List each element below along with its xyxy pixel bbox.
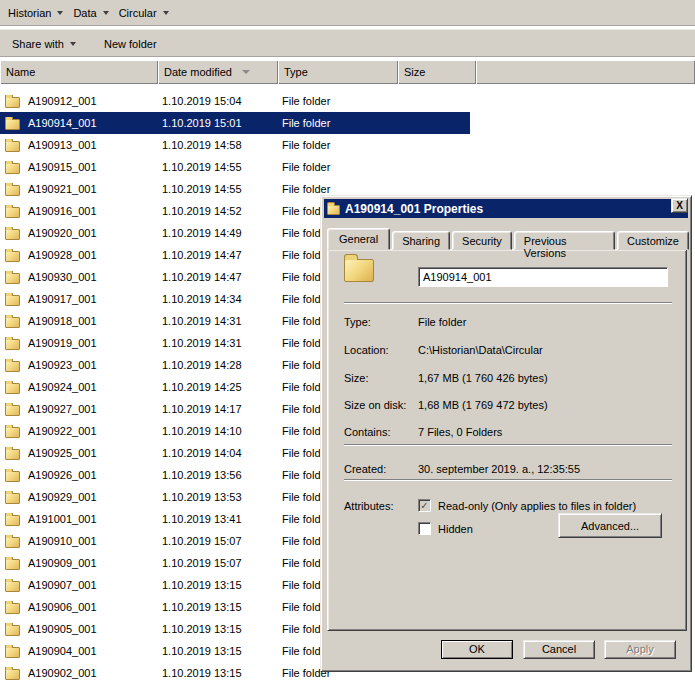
folder-icon (5, 383, 20, 394)
readonly-label: Read-only (Only applies to files in fold… (438, 500, 636, 512)
column-header-name[interactable]: Name (0, 60, 158, 84)
file-name: A190924_001 (28, 381, 97, 393)
folder-icon (5, 207, 20, 218)
dialog-tabbar: GeneralSharingSecurityPrevious VersionsC… (329, 228, 691, 250)
file-date-modified: 1.10.2019 14:34 (158, 293, 278, 305)
new-folder-button[interactable]: New folder (104, 38, 157, 50)
file-date-modified: 1.10.2019 14:04 (158, 447, 278, 459)
folder-icon (5, 603, 20, 614)
table-row[interactable]: A190913_0011.10.2019 14:58File folder (0, 134, 470, 156)
field-value: 7 Files, 0 Folders (418, 426, 502, 438)
breadcrumb: HistorianDataCircular (0, 0, 695, 27)
chevron-down-icon (163, 11, 169, 15)
advanced-button[interactable]: Advanced... (558, 513, 662, 538)
apply-button: Apply (604, 640, 676, 659)
file-name: A190906_001 (28, 601, 97, 613)
folder-icon (5, 515, 20, 526)
folder-icon (5, 229, 20, 240)
file-name: A190912_001 (28, 95, 97, 107)
separator (344, 479, 672, 481)
breadcrumb-item-data[interactable]: Data (73, 7, 108, 19)
cancel-button[interactable]: Cancel (523, 640, 595, 659)
close-icon[interactable]: X (671, 198, 688, 213)
tab-security[interactable]: Security (452, 231, 512, 250)
sort-descending-icon (242, 70, 250, 74)
field-label: Type: (344, 316, 371, 328)
file-name: A190909_001 (28, 557, 97, 569)
breadcrumb-item-historian[interactable]: Historian (8, 7, 63, 19)
file-name: A190929_001 (28, 491, 97, 503)
file-name: A190914_001 (28, 117, 97, 129)
breadcrumb-item-circular[interactable]: Circular (119, 7, 169, 19)
file-type: File folder (278, 95, 398, 107)
dialog-titlebar[interactable]: A190914_001 Properties (324, 199, 688, 218)
file-date-modified: 1.10.2019 13:15 (158, 667, 278, 679)
column-header-date-modified[interactable]: Date modified (158, 60, 278, 84)
file-name: A190917_001 (28, 293, 97, 305)
file-date-modified: 1.10.2019 13:15 (158, 579, 278, 591)
explorer-window: HistorianDataCircular Share with New fol… (0, 0, 695, 684)
table-row[interactable]: A190914_0011.10.2019 15:01File folder (0, 112, 470, 134)
file-date-modified: 1.10.2019 15:01 (158, 117, 278, 129)
file-name: A190920_001 (28, 227, 97, 239)
ok-button[interactable]: OK (441, 640, 513, 659)
file-date-modified: 1.10.2019 13:53 (158, 491, 278, 503)
file-type: File folder (278, 117, 398, 129)
tab-general[interactable]: General (327, 228, 390, 250)
file-date-modified: 1.10.2019 14:55 (158, 183, 278, 195)
folder-icon (5, 141, 20, 152)
field-value: File folder (418, 316, 466, 328)
field-label: Created: (344, 463, 386, 475)
file-name: A190907_001 (28, 579, 97, 591)
toolbar: Share with New folder (0, 29, 695, 58)
folder-icon (5, 669, 20, 680)
tab-customize[interactable]: Customize (617, 231, 689, 250)
separator (344, 444, 672, 446)
share-with-label: Share with (12, 38, 64, 50)
tab-previous-versions[interactable]: Previous Versions (514, 231, 615, 250)
file-date-modified: 1.10.2019 14:31 (158, 337, 278, 349)
file-date-modified: 1.10.2019 14:17 (158, 403, 278, 415)
folder-name-field[interactable] (418, 267, 668, 287)
file-date-modified: 1.10.2019 13:41 (158, 513, 278, 525)
file-type: File folder (278, 139, 398, 151)
separator (344, 302, 672, 304)
file-date-modified: 1.10.2019 13:15 (158, 645, 278, 657)
column-header-size[interactable]: Size (398, 60, 476, 84)
file-name: A190925_001 (28, 447, 97, 459)
file-date-modified: 1.10.2019 14:58 (158, 139, 278, 151)
attributes-label: Attributes: (344, 500, 394, 512)
table-row[interactable]: A190915_0011.10.2019 14:55File folder (0, 156, 470, 178)
chevron-down-icon (103, 11, 109, 15)
file-date-modified: 1.10.2019 14:55 (158, 161, 278, 173)
file-name: A190915_001 (28, 161, 97, 173)
file-name: A190923_001 (28, 359, 97, 371)
file-name: A190927_001 (28, 403, 97, 415)
properties-dialog: A190914_001 Properties X GeneralSharingS… (320, 195, 692, 672)
file-name: A190919_001 (28, 337, 97, 349)
tab-page-general: Type:File folderLocation:C:\Historian\Da… (327, 249, 687, 631)
folder-icon (5, 405, 20, 416)
field-value: 1,67 MB (1 760 426 bytes) (418, 372, 548, 384)
file-name: A190916_001 (28, 205, 97, 217)
folder-icon (5, 295, 20, 306)
folder-icon (5, 471, 20, 482)
file-name: A190910_001 (28, 535, 97, 547)
table-row[interactable]: A190912_0011.10.2019 15:04File folder (0, 90, 470, 112)
column-headers: Name Date modified Type Size (0, 60, 695, 84)
file-date-modified: 1.10.2019 14:28 (158, 359, 278, 371)
new-folder-label: New folder (104, 38, 157, 50)
file-name: A190913_001 (28, 139, 97, 151)
file-name: A190926_001 (28, 469, 97, 481)
folder-icon (5, 185, 20, 196)
hidden-checkbox[interactable] (418, 522, 431, 535)
share-with-button[interactable]: Share with (12, 38, 76, 50)
field-value: 30. september 2019. a., 12:35:55 (418, 463, 580, 475)
column-header-type[interactable]: Type (278, 60, 398, 84)
file-date-modified: 1.10.2019 13:56 (158, 469, 278, 481)
file-type: File folder (278, 161, 398, 173)
tab-sharing[interactable]: Sharing (392, 231, 450, 250)
file-type: File folder (278, 183, 398, 195)
readonly-checkbox[interactable]: ✓ (418, 499, 431, 512)
field-label: Location: (344, 344, 389, 356)
